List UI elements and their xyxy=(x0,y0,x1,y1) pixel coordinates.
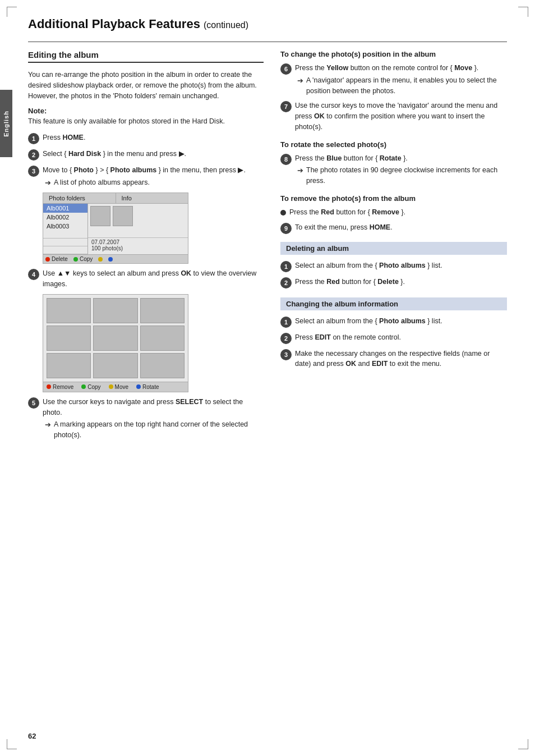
nav-btn-2 xyxy=(108,256,113,262)
chg-step-2-content: Press EDIT on the remote control. xyxy=(295,332,507,343)
copy-label-2: Copy xyxy=(87,384,100,390)
album-item-3: Alb0003 xyxy=(43,222,87,231)
chg-step-1-content: Select an album from the { Photo albums … xyxy=(295,316,507,327)
step-2-content: Select { Hard Disk } in the menu and pre… xyxy=(43,149,264,159)
change-position-heading: To change the photo(s) position in the a… xyxy=(280,50,507,58)
grid-cell-7 xyxy=(47,353,91,378)
chg-step-1-num: 1 xyxy=(280,317,292,328)
right-column: To change the photo(s) position in the a… xyxy=(280,50,507,445)
nav-btn-1 xyxy=(98,256,103,262)
step-1-content: Press HOME. xyxy=(43,132,264,143)
album-item-line-2 xyxy=(43,239,87,246)
chg-step-3-num: 3 xyxy=(280,349,292,360)
chg-step-2: 2 Press EDIT on the remote control. xyxy=(280,332,507,344)
step-3-sub: ➔ A list of photo albums appears. xyxy=(45,177,264,189)
arrow-icon-5: ➔ xyxy=(45,419,51,430)
step-5: 5 Use the cursor keys to navigate and pr… xyxy=(28,397,264,441)
ui-date-area: 07.07.2007100 photo(s) xyxy=(88,237,188,253)
page-number: 62 xyxy=(28,732,36,740)
delete-label: Delete xyxy=(52,256,68,262)
remove-red-dot xyxy=(47,384,51,389)
step-4: 4 Use ▲▼ keys to select an album and pre… xyxy=(28,268,264,290)
grid-cell-4 xyxy=(47,326,91,351)
move-yellow-dot xyxy=(109,384,113,389)
bullet-dot xyxy=(280,210,286,216)
ui-photo-area xyxy=(88,204,188,237)
step-7: 7 Use the cursor keys to move the 'navig… xyxy=(280,100,507,132)
ui-header-photo-folders: Photo folders xyxy=(43,193,116,203)
step-3-content: Move to { Photo } > { Photo albums } in … xyxy=(43,165,264,188)
ui-mockup-footer-1: Delete Copy xyxy=(43,254,188,263)
page-title: Additional Playback Features (continued) xyxy=(28,17,507,31)
ui-header-info: Info xyxy=(116,193,188,203)
ui-mockup-header: Photo folders Info xyxy=(43,193,188,204)
remove-heading: To remove the photo(s) from the album xyxy=(280,194,507,203)
arrow-icon-8: ➔ xyxy=(297,165,303,176)
grid-cell-9 xyxy=(140,353,185,378)
deleting-album-heading: Deleting an album xyxy=(280,242,507,255)
rotate-heading: To rotate the selected photo(s) xyxy=(280,140,507,149)
step-8-arrow-text: The photo rotates in 90 degree clockwise… xyxy=(306,165,507,186)
green-dot xyxy=(73,257,78,262)
move-label: Move xyxy=(115,384,128,390)
album-item-line-3 xyxy=(43,246,87,254)
rotate-btn: Rotate xyxy=(136,384,159,390)
copy-green-dot xyxy=(81,384,86,389)
step-5-content: Use the cursor keys to navigate and pres… xyxy=(43,397,264,441)
del-step-2-content: Press the Red button for { Delete }. xyxy=(295,277,507,287)
remove-btn: Remove xyxy=(47,384,73,390)
del-step-2: 2 Press the Red button for { Delete }. xyxy=(280,277,507,288)
ui-mockup-photo-folders: Photo folders Info Alb0001 Alb0002 Alb00… xyxy=(43,193,188,264)
photo-thumb-1 xyxy=(90,206,110,226)
ui-grid-footer: Remove Copy Move Rotate xyxy=(43,382,188,392)
remove-label: Remove xyxy=(53,384,73,390)
step-6-num: 6 xyxy=(280,63,292,75)
ui-grid-body xyxy=(43,295,188,382)
editing-album-heading: Editing the album xyxy=(28,50,264,63)
chg-step-1: 1 Select an album from the { Photo album… xyxy=(280,316,507,328)
ui-mockup-right-panel: 07.07.2007100 photo(s) xyxy=(88,204,188,254)
copy-label: Copy xyxy=(80,256,93,262)
step-8-num: 8 xyxy=(280,154,292,165)
step-6-content: Press the Yellow button on the remote co… xyxy=(295,63,507,96)
step-2: 2 Select { Hard Disk } in the menu and p… xyxy=(28,149,264,161)
grid-cell-1 xyxy=(47,298,91,323)
step-6-arrow-text: A 'navigator' appears in the menu, it en… xyxy=(306,75,507,97)
step-6-sub: ➔ A 'navigator' appears in the menu, it … xyxy=(297,75,507,97)
step-3-num: 3 xyxy=(28,166,39,177)
red-dot xyxy=(45,257,50,262)
grid-cell-5 xyxy=(93,326,137,351)
chg-step-3-content: Make the necessary changes on the respec… xyxy=(295,349,507,370)
step-1: 1 Press HOME. xyxy=(28,132,264,144)
step-2-num: 2 xyxy=(28,149,39,161)
two-column-layout: Editing the album You can re-arrange the… xyxy=(28,50,507,445)
arrow-icon-3: ➔ xyxy=(45,177,51,189)
chg-step-2-num: 2 xyxy=(280,333,292,344)
ui-mockup-body: Alb0001 Alb0002 Alb0003 07.07.20 xyxy=(43,204,188,254)
rotate-label: Rotate xyxy=(142,384,159,390)
ui-mockup-photo-grid: Remove Copy Move Rotate xyxy=(43,294,188,392)
step-3: 3 Move to { Photo } > { Photo albums } i… xyxy=(28,165,264,188)
step-3-arrow-text: A list of photo albums appears. xyxy=(54,177,150,188)
step-8: 8 Press the Blue button for { Rotate }. … xyxy=(280,153,507,186)
delete-btn: Delete xyxy=(45,256,68,262)
album-item-2: Alb0002 xyxy=(43,213,87,222)
blue-dot xyxy=(108,257,113,262)
del-step-2-num: 2 xyxy=(280,277,292,288)
step-remove-bullet: Press the Red button for { Remove }. xyxy=(280,207,507,218)
copy-btn-2: Copy xyxy=(81,384,100,390)
step-4-num: 4 xyxy=(28,269,39,280)
grid-cell-2 xyxy=(93,298,137,323)
rotate-section: To rotate the selected photo(s) 8 Press … xyxy=(280,140,507,186)
step-4-content: Use ▲▼ keys to select an album and press… xyxy=(43,268,264,290)
remove-section: To remove the photo(s) from the album Pr… xyxy=(280,194,507,234)
title-rule xyxy=(28,42,507,42)
change-position-section: To change the photo(s) position in the a… xyxy=(280,50,507,132)
note-text: This feature is only available for photo… xyxy=(28,116,264,127)
grid-cell-8 xyxy=(93,353,137,378)
step-8-sub: ➔ The photo rotates in 90 degree clockwi… xyxy=(297,165,507,186)
step-7-content: Use the cursor keys to move the 'navigat… xyxy=(295,100,507,132)
del-step-1-content: Select an album from the { Photo albums … xyxy=(295,260,507,271)
page-container: Additional Playback Features (continued)… xyxy=(0,0,535,756)
step-9-num: 9 xyxy=(280,223,292,234)
